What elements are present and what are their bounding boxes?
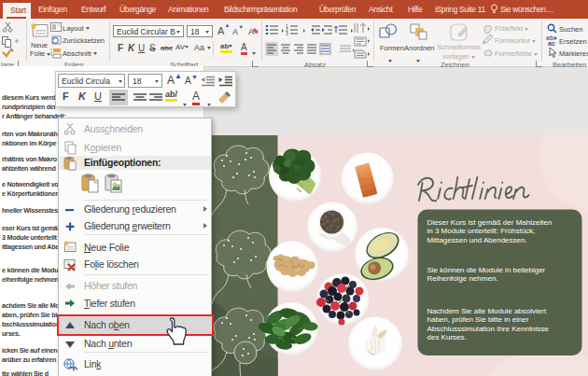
svg-text:3: 3 — [286, 31, 288, 36]
svg-text:ac: ac — [548, 40, 555, 47]
